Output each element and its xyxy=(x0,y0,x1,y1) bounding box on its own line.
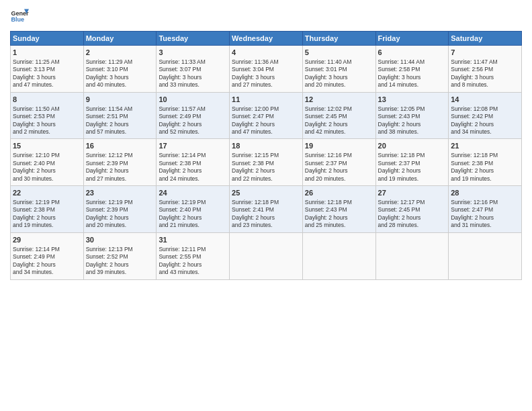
day-info: Sunrise: 12:00 PM Sunset: 2:47 PM Daylig… xyxy=(232,105,300,136)
day-info: Sunrise: 12:15 PM Sunset: 2:38 PM Daylig… xyxy=(232,152,300,183)
calendar-cell: 4Sunrise: 11:36 AM Sunset: 3:04 PM Dayli… xyxy=(230,46,303,93)
day-info: Sunrise: 11:50 AM Sunset: 2:53 PM Daylig… xyxy=(13,105,81,136)
day-info: Sunrise: 11:36 AM Sunset: 3:04 PM Daylig… xyxy=(232,58,300,89)
day-info: Sunrise: 12:19 PM Sunset: 2:39 PM Daylig… xyxy=(86,199,154,230)
calendar-cell: 30Sunrise: 12:13 PM Sunset: 2:52 PM Dayl… xyxy=(83,232,157,279)
calendar-cell: 15Sunrise: 12:10 PM Sunset: 2:40 PM Dayl… xyxy=(11,139,84,186)
day-info: Sunrise: 12:14 PM Sunset: 2:38 PM Daylig… xyxy=(159,152,227,183)
calendar-cell: 23Sunrise: 12:19 PM Sunset: 2:39 PM Dayl… xyxy=(83,186,157,233)
calendar-cell: 7Sunrise: 11:47 AM Sunset: 2:56 PM Dayli… xyxy=(449,46,522,93)
day-info: Sunrise: 11:44 AM Sunset: 2:58 PM Daylig… xyxy=(378,58,447,89)
calendar-cell: 14Sunrise: 12:08 PM Sunset: 2:42 PM Dayl… xyxy=(449,92,522,139)
calendar-cell: 29Sunrise: 12:14 PM Sunset: 2:49 PM Dayl… xyxy=(11,232,84,279)
day-number: 10 xyxy=(159,95,227,105)
svg-text:Blue: Blue xyxy=(11,16,24,23)
header-cell-monday: Monday xyxy=(83,32,157,46)
day-info: Sunrise: 12:13 PM Sunset: 2:52 PM Daylig… xyxy=(86,246,154,277)
header-cell-thursday: Thursday xyxy=(302,32,375,46)
day-info: Sunrise: 12:16 PM Sunset: 2:47 PM Daylig… xyxy=(451,199,519,230)
day-number: 25 xyxy=(232,188,300,198)
day-number: 21 xyxy=(451,141,519,151)
header-cell-friday: Friday xyxy=(375,32,449,46)
day-number: 9 xyxy=(86,95,154,105)
day-number: 19 xyxy=(305,141,373,151)
calendar-cell: 10Sunrise: 11:57 AM Sunset: 2:49 PM Dayl… xyxy=(157,92,230,139)
day-number: 12 xyxy=(305,95,373,105)
day-number: 13 xyxy=(378,95,447,105)
header-cell-saturday: Saturday xyxy=(449,32,522,46)
calendar-cell: 2Sunrise: 11:29 AM Sunset: 3:10 PM Dayli… xyxy=(83,46,157,93)
calendar-cell: 19Sunrise: 12:16 PM Sunset: 2:37 PM Dayl… xyxy=(302,139,375,186)
page-header: General Blue xyxy=(10,7,522,26)
calendar-cell: 5Sunrise: 11:40 AM Sunset: 3:01 PM Dayli… xyxy=(302,46,375,93)
page-container: General Blue SundayMondayTuesdayWednesda… xyxy=(0,0,532,287)
calendar-cell xyxy=(449,232,522,279)
day-number: 29 xyxy=(13,235,81,245)
day-number: 20 xyxy=(378,141,447,151)
day-number: 2 xyxy=(86,48,154,58)
calendar-cell: 1Sunrise: 11:25 AM Sunset: 3:13 PM Dayli… xyxy=(11,46,84,93)
day-number: 1 xyxy=(13,48,81,58)
day-info: Sunrise: 12:08 PM Sunset: 2:42 PM Daylig… xyxy=(451,105,519,136)
calendar-cell: 12Sunrise: 12:02 PM Sunset: 2:45 PM Dayl… xyxy=(302,92,375,139)
day-info: Sunrise: 12:02 PM Sunset: 2:45 PM Daylig… xyxy=(305,105,373,136)
day-number: 27 xyxy=(378,188,447,198)
day-number: 8 xyxy=(13,95,81,105)
day-info: Sunrise: 11:54 AM Sunset: 2:51 PM Daylig… xyxy=(86,105,154,136)
calendar-week-5: 29Sunrise: 12:14 PM Sunset: 2:49 PM Dayl… xyxy=(11,232,522,279)
calendar-cell: 21Sunrise: 12:18 PM Sunset: 2:38 PM Dayl… xyxy=(449,139,522,186)
calendar-week-4: 22Sunrise: 12:19 PM Sunset: 2:38 PM Dayl… xyxy=(11,186,522,233)
day-number: 28 xyxy=(451,188,519,198)
calendar-cell: 16Sunrise: 12:12 PM Sunset: 2:39 PM Dayl… xyxy=(83,139,157,186)
calendar-cell: 31Sunrise: 12:11 PM Sunset: 2:55 PM Dayl… xyxy=(157,232,230,279)
day-number: 16 xyxy=(86,141,154,151)
day-number: 15 xyxy=(13,141,81,151)
header-cell-tuesday: Tuesday xyxy=(157,32,230,46)
day-info: Sunrise: 12:18 PM Sunset: 2:41 PM Daylig… xyxy=(232,199,300,230)
day-info: Sunrise: 12:19 PM Sunset: 2:40 PM Daylig… xyxy=(159,199,227,230)
calendar-cell: 28Sunrise: 12:16 PM Sunset: 2:47 PM Dayl… xyxy=(449,186,522,233)
calendar-cell: 6Sunrise: 11:44 AM Sunset: 2:58 PM Dayli… xyxy=(375,46,449,93)
calendar-week-2: 8Sunrise: 11:50 AM Sunset: 2:53 PM Dayli… xyxy=(11,92,522,139)
day-info: Sunrise: 11:25 AM Sunset: 3:13 PM Daylig… xyxy=(13,58,81,89)
day-number: 3 xyxy=(159,48,227,58)
day-info: Sunrise: 12:10 PM Sunset: 2:40 PM Daylig… xyxy=(13,152,81,183)
calendar-cell: 13Sunrise: 12:05 PM Sunset: 2:43 PM Dayl… xyxy=(375,92,449,139)
calendar-table: SundayMondayTuesdayWednesdayThursdayFrid… xyxy=(10,31,522,280)
calendar-cell: 18Sunrise: 12:15 PM Sunset: 2:38 PM Dayl… xyxy=(230,139,303,186)
calendar-cell: 25Sunrise: 12:18 PM Sunset: 2:41 PM Dayl… xyxy=(230,186,303,233)
day-number: 11 xyxy=(232,95,300,105)
calendar-cell: 27Sunrise: 12:17 PM Sunset: 2:45 PM Dayl… xyxy=(375,186,449,233)
calendar-cell xyxy=(375,232,449,279)
calendar-header: SundayMondayTuesdayWednesdayThursdayFrid… xyxy=(11,32,522,46)
calendar-cell: 26Sunrise: 12:18 PM Sunset: 2:43 PM Dayl… xyxy=(302,186,375,233)
day-number: 31 xyxy=(159,235,227,245)
calendar-cell: 3Sunrise: 11:33 AM Sunset: 3:07 PM Dayli… xyxy=(157,46,230,93)
calendar-cell: 11Sunrise: 12:00 PM Sunset: 2:47 PM Dayl… xyxy=(230,92,303,139)
calendar-cell: 20Sunrise: 12:18 PM Sunset: 2:37 PM Dayl… xyxy=(375,139,449,186)
day-number: 7 xyxy=(451,48,519,58)
logo: General Blue xyxy=(10,7,29,26)
day-info: Sunrise: 12:16 PM Sunset: 2:37 PM Daylig… xyxy=(305,152,373,183)
day-number: 24 xyxy=(159,188,227,198)
calendar-cell: 9Sunrise: 11:54 AM Sunset: 2:51 PM Dayli… xyxy=(83,92,157,139)
day-info: Sunrise: 12:18 PM Sunset: 2:38 PM Daylig… xyxy=(451,152,519,183)
calendar-body: 1Sunrise: 11:25 AM Sunset: 3:13 PM Dayli… xyxy=(11,46,522,280)
day-number: 14 xyxy=(451,95,519,105)
day-number: 30 xyxy=(86,235,154,245)
calendar-week-3: 15Sunrise: 12:10 PM Sunset: 2:40 PM Dayl… xyxy=(11,139,522,186)
day-info: Sunrise: 11:47 AM Sunset: 2:56 PM Daylig… xyxy=(451,58,519,89)
day-info: Sunrise: 11:40 AM Sunset: 3:01 PM Daylig… xyxy=(305,58,373,89)
calendar-cell: 8Sunrise: 11:50 AM Sunset: 2:53 PM Dayli… xyxy=(11,92,84,139)
day-info: Sunrise: 12:18 PM Sunset: 2:37 PM Daylig… xyxy=(378,152,447,183)
day-number: 6 xyxy=(378,48,447,58)
header-cell-wednesday: Wednesday xyxy=(230,32,303,46)
day-info: Sunrise: 11:29 AM Sunset: 3:10 PM Daylig… xyxy=(86,58,154,89)
day-number: 4 xyxy=(232,48,300,58)
calendar-week-1: 1Sunrise: 11:25 AM Sunset: 3:13 PM Dayli… xyxy=(11,46,522,93)
calendar-cell: 17Sunrise: 12:14 PM Sunset: 2:38 PM Dayl… xyxy=(157,139,230,186)
calendar-cell xyxy=(230,232,303,279)
day-number: 26 xyxy=(305,188,373,198)
day-info: Sunrise: 12:12 PM Sunset: 2:39 PM Daylig… xyxy=(86,152,154,183)
day-number: 5 xyxy=(305,48,373,58)
